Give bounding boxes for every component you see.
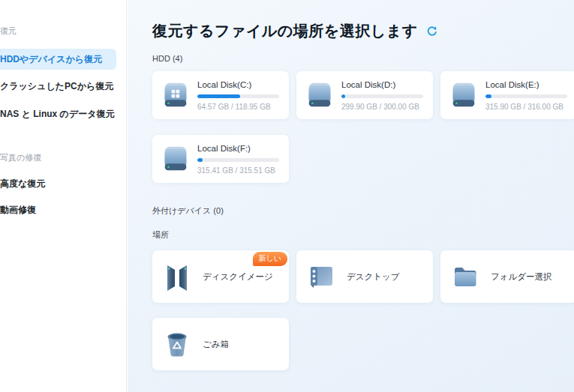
drive-capacity: 315.41 GB / 315.51 GB (197, 166, 279, 175)
drive-capacity: 315.90 GB / 316.00 GB (485, 103, 567, 111)
drive-usage-bar (197, 158, 279, 162)
sidebar-item-hdd-device-recovery[interactable]: HDDやデバイスから復元 (0, 49, 116, 70)
sidebar-item-advanced-recovery[interactable]: 高度な復元 (0, 178, 45, 190)
hdd-icon (306, 80, 333, 110)
disk-image-icon (162, 262, 192, 292)
data-recovery-window: 復元 HDDやデバイスから復元 クラッシュしたPCから復元 NAS と Linu… (0, 0, 574, 392)
sidebar-item-crashed-pc-recovery[interactable]: クラッシュしたPCから復元 (0, 80, 113, 93)
folder-icon (450, 262, 480, 292)
drive-usage-bar (485, 94, 567, 98)
drive-usage-bar (197, 94, 279, 98)
hdd-windows-icon (162, 80, 189, 110)
page-title: 復元するファイルの場所を選択します (152, 21, 418, 41)
location-grid: ディスクイメージ 新しい デスクトップ (152, 250, 574, 370)
drive-capacity: 299.90 GB / 300.00 GB (341, 103, 423, 111)
drive-name: Local Disk(D:) (341, 80, 423, 89)
hdd-section-label: HDD (4) (152, 54, 574, 63)
location-label: ディスクイメージ (203, 271, 273, 283)
refresh-icon[interactable] (426, 25, 437, 37)
main-panel: 復元するファイルの場所を選択します HDD (4) (128, 0, 574, 392)
external-devices-label: 外付けデバイス (0) (152, 205, 574, 217)
location-card-desktop[interactable]: デスクトップ (296, 250, 433, 303)
location-section-label: 場所 (152, 229, 574, 241)
sidebar: 復元 HDDやデバイスから復元 クラッシュしたPCから復元 NAS と Linu… (0, 0, 127, 392)
hdd-icon (162, 144, 189, 174)
drive-name: Local Disk(F:) (197, 144, 279, 153)
drive-capacity: 64.57 GB / 118.95 GB (197, 103, 279, 111)
new-badge: 新しい (253, 252, 287, 266)
sidebar-item-video-repair[interactable]: 動画修復 (0, 204, 36, 217)
drive-name: Local Disk(E:) (485, 80, 567, 89)
sidebar-section-recovery: 復元 (0, 25, 17, 37)
drive-usage-bar (341, 94, 423, 98)
location-label: ごみ箱 (203, 339, 229, 350)
drive-card-e[interactable]: Local Disk(E:) 315.90 GB / 316.00 GB (440, 71, 574, 119)
location-card-recycle-bin[interactable]: ごみ箱 (152, 318, 289, 370)
hdd-icon (450, 80, 477, 110)
desktop-icon (306, 262, 336, 292)
location-label: フォルダー選択 (491, 271, 552, 283)
drive-card-d[interactable]: Local Disk(D:) 299.90 GB / 300.00 GB (296, 71, 433, 119)
location-card-folder-select[interactable]: フォルダー選択 (440, 250, 574, 303)
sidebar-section-photo-repair: 写真の修復 (0, 152, 41, 163)
sidebar-item-nas-linux-recovery[interactable]: NAS と Linux のデータ復元 (0, 108, 114, 121)
disk-grid: Local Disk(C:) 64.57 GB / 118.95 GB Loca… (152, 71, 574, 183)
location-card-disk-image[interactable]: ディスクイメージ 新しい (152, 250, 289, 303)
location-label: デスクトップ (347, 271, 400, 283)
recycle-bin-icon (162, 329, 192, 359)
drive-name: Local Disk(C:) (197, 80, 279, 89)
drive-card-c[interactable]: Local Disk(C:) 64.57 GB / 118.95 GB (152, 71, 289, 119)
drive-card-f[interactable]: Local Disk(F:) 315.41 GB / 315.51 GB (152, 135, 289, 183)
